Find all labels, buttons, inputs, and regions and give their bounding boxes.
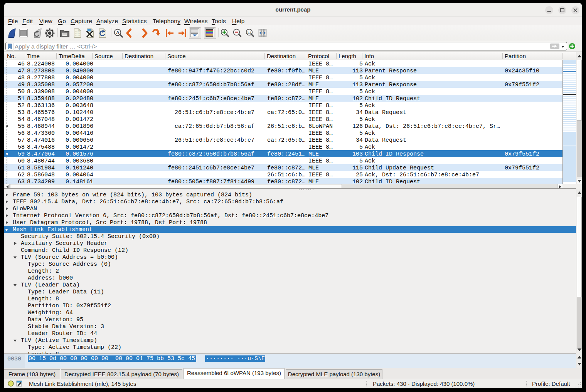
svg-text:0110: 0110	[75, 35, 80, 37]
svg-text:A: A	[116, 30, 120, 35]
svg-text:1:1: 1:1	[247, 31, 252, 34]
